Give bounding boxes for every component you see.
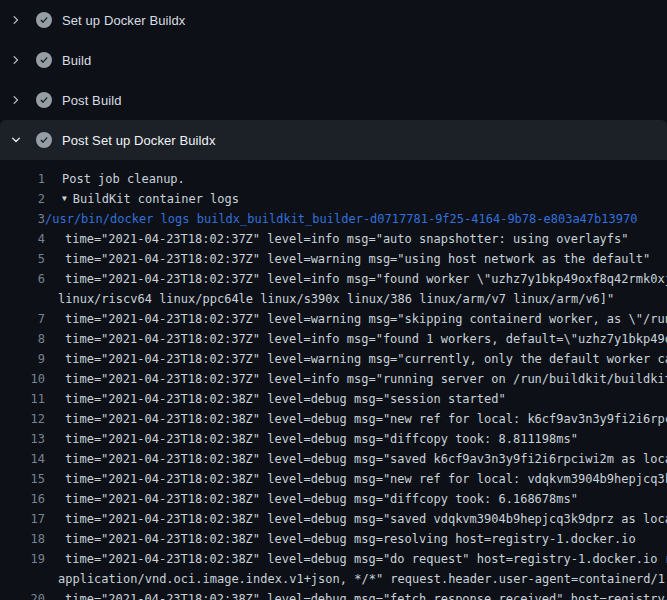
log-line-number[interactable]: 8 <box>0 329 45 349</box>
log-line: linux/riscv64 linux/ppc64le linux/s390x … <box>0 289 667 309</box>
log-line-number[interactable]: 6 <box>0 269 45 289</box>
log-line-number[interactable]: 16 <box>0 489 45 509</box>
log-line: 2 ▼BuildKit container logs <box>0 189 667 209</box>
check-circle-icon <box>36 12 52 28</box>
chevron-right-icon[interactable] <box>10 14 22 26</box>
log-line-text: time="2021-04-23T18:02:38Z" level=debug … <box>65 409 667 429</box>
log-line: 15 time="2021-04-23T18:02:38Z" level=deb… <box>0 469 667 489</box>
step-label: Set up Docker Buildx <box>62 13 185 28</box>
log-line: 16 time="2021-04-23T18:02:38Z" level=deb… <box>0 489 667 509</box>
log-line: 7 time="2021-04-23T18:02:37Z" level=warn… <box>0 309 667 329</box>
step-row[interactable]: Build <box>0 40 667 80</box>
log-line-text: time="2021-04-23T18:02:37Z" level=info m… <box>65 269 667 289</box>
log-line: 17 time="2021-04-23T18:02:38Z" level=deb… <box>0 509 667 529</box>
log-line-number[interactable]: 11 <box>0 389 45 409</box>
step-row[interactable]: Post Build <box>0 80 667 120</box>
log-line: 13 time="2021-04-23T18:02:38Z" level=deb… <box>0 429 667 449</box>
chevron-down-icon[interactable] <box>10 134 22 146</box>
step-label: Post Build <box>62 93 122 108</box>
log-line: 19 time="2021-04-23T18:02:38Z" level=deb… <box>0 549 667 569</box>
log-line-number[interactable] <box>0 569 45 589</box>
log-line-text: application/vnd.oci.image.index.v1+json,… <box>58 569 667 589</box>
log-line-text: time="2021-04-23T18:02:37Z" level=warnin… <box>65 249 650 269</box>
log-line-text: time="2021-04-23T18:02:38Z" level=debug … <box>65 389 506 409</box>
log-line-text: /usr/bin/docker logs buildx_buildkit_bui… <box>45 209 637 229</box>
chevron-right-icon[interactable] <box>10 94 22 106</box>
log-line-number[interactable]: 17 <box>0 509 45 529</box>
log-line-number[interactable]: 7 <box>0 309 45 329</box>
log-line-number[interactable]: 13 <box>0 429 45 449</box>
log-line: 4 time="2021-04-23T18:02:37Z" level=info… <box>0 229 667 249</box>
log-line: 6 time="2021-04-23T18:02:37Z" level=info… <box>0 269 667 289</box>
log-line-text: Post job cleanup. <box>62 169 185 189</box>
log-line: 12 time="2021-04-23T18:02:38Z" level=deb… <box>0 409 667 429</box>
step-row[interactable]: Post Set up Docker Buildx <box>0 120 667 160</box>
log-line-text: time="2021-04-23T18:02:37Z" level=info m… <box>65 229 629 249</box>
log-line-text: time="2021-04-23T18:02:37Z" level=info m… <box>65 329 667 349</box>
log-line: 9 time="2021-04-23T18:02:37Z" level=warn… <box>0 349 667 369</box>
log-line-number[interactable]: 15 <box>0 469 45 489</box>
log-line-number[interactable]: 3 <box>0 209 45 229</box>
check-circle-icon <box>36 132 52 148</box>
log-line-text: linux/riscv64 linux/ppc64le linux/s390x … <box>58 289 614 309</box>
log-line-text: time="2021-04-23T18:02:38Z" level=debug … <box>65 589 667 600</box>
log-line: 18 time="2021-04-23T18:02:38Z" level=deb… <box>0 529 667 549</box>
log-line: 11 time="2021-04-23T18:02:38Z" level=deb… <box>0 389 667 409</box>
actions-log-viewer: { "colors": { "page_bg": "#0d1117", "exp… <box>0 0 667 600</box>
log-line: application/vnd.oci.image.index.v1+json,… <box>0 569 667 589</box>
log-line: 10 time="2021-04-23T18:02:37Z" level=inf… <box>0 369 667 389</box>
check-circle-icon <box>36 92 52 108</box>
log-line-text: time="2021-04-23T18:02:38Z" level=debug … <box>65 469 667 489</box>
log-line-number[interactable]: 4 <box>0 229 45 249</box>
step-row[interactable]: Set up Docker Buildx <box>0 0 667 40</box>
log-line-text: time="2021-04-23T18:02:37Z" level=warnin… <box>65 349 667 369</box>
log-line-number[interactable] <box>0 289 45 309</box>
log-line-number[interactable]: 12 <box>0 409 45 429</box>
log-line-text: time="2021-04-23T18:02:38Z" level=debug … <box>65 529 636 549</box>
chevron-right-icon[interactable] <box>10 54 22 66</box>
log-line-number[interactable]: 10 <box>0 369 45 389</box>
log-line-number[interactable]: 18 <box>0 529 45 549</box>
log-line-text: time="2021-04-23T18:02:38Z" level=debug … <box>65 489 578 509</box>
log-line-number[interactable]: 5 <box>0 249 45 269</box>
log-line-number[interactable]: 19 <box>0 549 45 569</box>
log-lines-container: 1 Post job cleanup. 2 ▼BuildKit containe… <box>0 160 667 600</box>
log-line: 5 time="2021-04-23T18:02:37Z" level=warn… <box>0 249 667 269</box>
log-line-text: time="2021-04-23T18:02:38Z" level=debug … <box>65 549 667 569</box>
log-line-number[interactable]: 2 <box>0 189 45 209</box>
log-line: 14 time="2021-04-23T18:02:38Z" level=deb… <box>0 449 667 469</box>
log-line-number[interactable]: 1 <box>0 169 45 189</box>
check-circle-icon <box>36 52 52 68</box>
log-line: 3 /usr/bin/docker logs buildx_buildkit_b… <box>0 209 667 229</box>
log-line-text: BuildKit container logs <box>73 189 239 209</box>
log-line-text: time="2021-04-23T18:02:38Z" level=debug … <box>65 509 667 529</box>
step-label: Build <box>62 53 91 68</box>
log-line-number[interactable]: 9 <box>0 349 45 369</box>
log-line-number[interactable]: 14 <box>0 449 45 469</box>
log-line: 20 time="2021-04-23T18:02:38Z" level=deb… <box>0 589 667 600</box>
log-line-text: time="2021-04-23T18:02:38Z" level=debug … <box>65 449 667 469</box>
log-line-number[interactable]: 20 <box>0 589 45 600</box>
log-line-text: time="2021-04-23T18:02:37Z" level=info m… <box>65 369 667 389</box>
steps-list: Set up Docker Buildx Build Post Build Po… <box>0 0 667 160</box>
log-line-text: time="2021-04-23T18:02:38Z" level=debug … <box>65 429 578 449</box>
step-label: Post Set up Docker Buildx <box>62 133 216 148</box>
log-line-text: time="2021-04-23T18:02:37Z" level=warnin… <box>65 309 667 329</box>
group-collapse-caret-icon[interactable]: ▼ <box>62 189 67 209</box>
log-line: 1 Post job cleanup. <box>0 169 667 189</box>
log-line: 8 time="2021-04-23T18:02:37Z" level=info… <box>0 329 667 349</box>
